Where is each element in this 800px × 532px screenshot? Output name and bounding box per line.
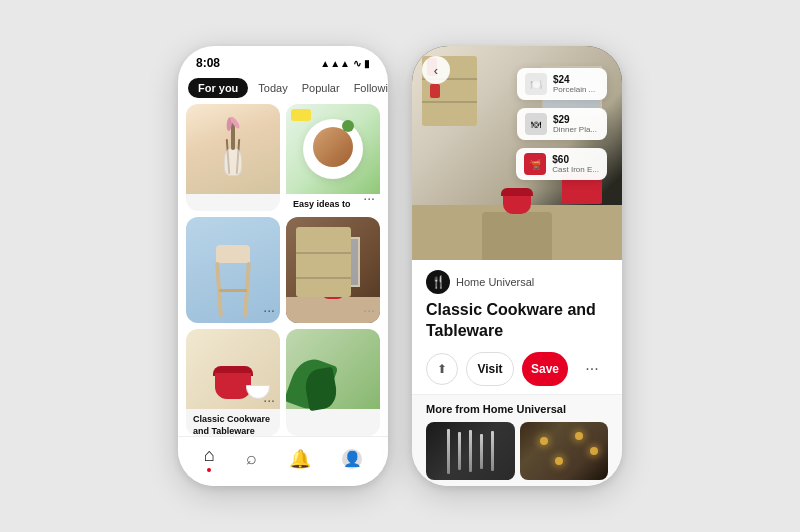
- cookware-caption: Classic Cookware and Tableware: [186, 409, 280, 436]
- tag-porcelain-name: Porcelain ...: [553, 85, 599, 94]
- stool-rung: [219, 289, 247, 292]
- vase-image: [186, 104, 280, 194]
- tag-castiron-icon: 🫕: [524, 153, 546, 175]
- food-item: [313, 127, 353, 167]
- tag-porcelain[interactable]: 🍽️ $24 Porcelain ...: [517, 68, 607, 100]
- kitchen-more-btn[interactable]: ···: [363, 302, 375, 318]
- detail-info-section: 🍴 Home Universal Classic Cookware and Ta…: [412, 260, 622, 394]
- more-from-grid: [426, 422, 608, 480]
- battery-icon: ▮: [364, 58, 370, 69]
- profile-icon: 👤: [342, 449, 362, 469]
- more-item-knives[interactable]: [426, 422, 515, 480]
- save-label: Save: [531, 362, 559, 376]
- status-bar: 8:08 ▲▲▲ ∿ ▮: [178, 46, 388, 74]
- publisher-row: 🍴 Home Universal: [426, 270, 608, 294]
- status-icons: ▲▲▲ ∿ ▮: [320, 58, 370, 69]
- knives-image: [445, 422, 496, 480]
- knife-1: [447, 429, 450, 474]
- shelf-2: [296, 277, 351, 279]
- left-phone: 8:08 ▲▲▲ ∿ ▮ For you Today Popular Follo…: [178, 46, 388, 486]
- share-button[interactable]: ⬆: [426, 353, 458, 385]
- active-indicator: [207, 468, 211, 472]
- tag-castiron-name: Cast Iron E...: [552, 165, 599, 174]
- signal-icon: ▲▲▲: [320, 58, 350, 69]
- detail-image: ‹ 🍽️ $24 Porcelain ... 🍽 $29 Dinner Pla.…: [412, 46, 622, 260]
- detail-title: Classic Cookware and Tableware: [426, 300, 608, 342]
- nav-notifications-btn[interactable]: 🔔: [289, 448, 311, 470]
- pin-cookware-card[interactable]: Classic Cookware and Tableware ···: [186, 329, 280, 436]
- detail-shelf-2: [422, 101, 477, 103]
- tag-porcelain-icon: 🍽️: [525, 73, 547, 95]
- tag-castiron-price: $60: [552, 154, 599, 165]
- vase-body-shape: [224, 148, 242, 176]
- detail-pot: [503, 194, 531, 214]
- stool-seat: [216, 245, 250, 263]
- knife-3: [469, 430, 472, 472]
- pin-vase-card[interactable]: [186, 104, 280, 211]
- search-icon: ⌕: [246, 448, 257, 469]
- food-decoration: [291, 109, 311, 121]
- more-from-title: More from Home Universal: [426, 403, 608, 415]
- popular-tab[interactable]: Popular: [298, 78, 344, 98]
- tag-dinner-icon: 🍽: [525, 113, 547, 135]
- light-4: [555, 457, 563, 465]
- pin-kitchen-card[interactable]: ···: [286, 217, 380, 324]
- food-garnish: [342, 120, 354, 132]
- more-from-section: More from Home Universal: [412, 394, 622, 486]
- back-button[interactable]: ‹: [422, 56, 450, 84]
- light-2: [575, 432, 583, 440]
- nav-tabs: For you Today Popular Following Re...: [178, 74, 388, 104]
- wifi-icon: ∿: [353, 58, 361, 69]
- nav-search-btn[interactable]: ⌕: [246, 448, 257, 469]
- for-you-tab[interactable]: For you: [188, 78, 248, 98]
- visit-button[interactable]: Visit: [466, 352, 514, 386]
- publisher-icon-symbol: 🍴: [431, 275, 446, 289]
- nav-profile-btn[interactable]: 👤: [342, 449, 362, 469]
- tag-dinner-price: $29: [553, 114, 599, 125]
- following-tab[interactable]: Following: [350, 78, 388, 98]
- publisher-name: Home Universal: [456, 276, 534, 288]
- food-more-btn[interactable]: ···: [363, 190, 375, 206]
- publisher-avatar: 🍴: [426, 270, 450, 294]
- food-title: Easy ideas to change up breakfast: [293, 199, 373, 211]
- cookware-title: Classic Cookware and Tableware: [193, 414, 273, 436]
- food-image: [286, 104, 380, 194]
- tag-castiron-info: $60 Cast Iron E...: [552, 154, 599, 174]
- knife-4: [480, 434, 483, 469]
- stool-more-btn[interactable]: ···: [263, 302, 275, 318]
- visit-label: Visit: [477, 362, 502, 376]
- shelf-item-2: [430, 84, 440, 98]
- pin-food-card[interactable]: Easy ideas to change up breakfast ···: [286, 104, 380, 211]
- plant-image: [286, 329, 380, 409]
- tag-porcelain-price: $24: [553, 74, 599, 85]
- shelf-1: [296, 252, 351, 254]
- share-icon: ⬆: [437, 362, 447, 376]
- light-3: [590, 447, 598, 455]
- tag-porcelain-info: $24 Porcelain ...: [553, 74, 599, 94]
- cookware-more-btn[interactable]: ···: [263, 392, 275, 408]
- home-icon: ⌂: [204, 445, 215, 466]
- detail-island: [482, 212, 552, 260]
- tag-dinner[interactable]: 🍽 $29 Dinner Pla...: [517, 108, 607, 140]
- right-phone: ‹ 🍽️ $24 Porcelain ... 🍽 $29 Dinner Pla.…: [412, 46, 622, 486]
- kitchen-shelves: [296, 227, 351, 297]
- action-row: ⬆ Visit Save ···: [426, 352, 608, 386]
- more-icon: ···: [585, 360, 598, 378]
- nav-home-btn[interactable]: ⌂: [204, 445, 215, 472]
- save-button[interactable]: Save: [522, 352, 568, 386]
- more-options-button[interactable]: ···: [576, 353, 608, 385]
- knife-5: [491, 431, 494, 471]
- pin-plant-card[interactable]: [286, 329, 380, 436]
- pins-grid: Easy ideas to change up breakfast ··· Un…: [178, 104, 388, 436]
- more-item-dinner[interactable]: [520, 422, 609, 480]
- tag-castiron[interactable]: 🫕 $60 Cast Iron E...: [516, 148, 607, 180]
- bottom-nav: ⌂ ⌕ 🔔 👤: [178, 436, 388, 486]
- pin-stool-card[interactable]: Unfinished wood kitchen stool ···: [186, 217, 280, 324]
- tag-dinner-name: Dinner Pla...: [553, 125, 599, 134]
- today-tab[interactable]: Today: [254, 78, 291, 98]
- bell-icon: 🔔: [289, 448, 311, 470]
- status-time: 8:08: [196, 56, 220, 70]
- light-1: [540, 437, 548, 445]
- knife-2: [458, 432, 461, 470]
- detail-lid: [501, 188, 533, 196]
